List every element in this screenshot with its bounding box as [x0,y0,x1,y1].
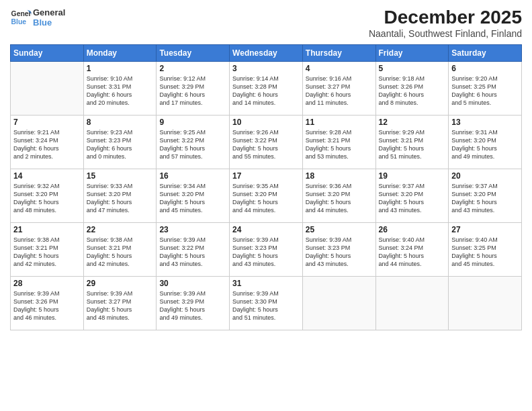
header: General Blue General Blue December 2025 … [10,7,522,39]
day-info: Sunrise: 9:31 AM Sunset: 3:20 PM Dayligh… [451,128,519,161]
calendar-cell: 5Sunrise: 9:18 AM Sunset: 3:26 PM Daylig… [375,62,449,116]
day-info: Sunrise: 9:10 AM Sunset: 3:31 PM Dayligh… [87,75,154,107]
calendar-cell: 15Sunrise: 9:33 AM Sunset: 3:20 PM Dayli… [83,169,157,223]
day-number: 19 [379,171,446,181]
day-info: Sunrise: 9:38 AM Sunset: 3:21 PM Dayligh… [87,236,154,269]
calendar-cell: 30Sunrise: 9:39 AM Sunset: 3:29 PM Dayli… [157,277,230,330]
day-number: 18 [306,171,373,181]
calendar-col-monday: Monday [83,45,157,62]
title-block: December 2025 Naantali, Southwest Finlan… [369,7,522,39]
day-info: Sunrise: 9:20 AM Sunset: 3:25 PM Dayligh… [451,75,519,107]
calendar-week-3: 14Sunrise: 9:32 AM Sunset: 3:20 PM Dayli… [11,169,522,223]
calendar-cell: 23Sunrise: 9:39 AM Sunset: 3:22 PM Dayli… [157,223,230,277]
calendar-cell: 8Sunrise: 9:23 AM Sunset: 3:23 PM Daylig… [83,116,157,169]
day-number: 5 [379,64,446,73]
calendar-cell: 9Sunrise: 9:25 AM Sunset: 3:22 PM Daylig… [157,116,230,169]
calendar-cell: 6Sunrise: 9:20 AM Sunset: 3:25 PM Daylig… [449,62,522,116]
subtitle: Naantali, Southwest Finland, Finland [369,28,522,39]
day-info: Sunrise: 9:18 AM Sunset: 3:26 PM Dayligh… [379,75,446,107]
logo-line1: General [33,8,65,18]
calendar-cell: 2Sunrise: 9:12 AM Sunset: 3:29 PM Daylig… [157,62,230,116]
calendar-cell [11,62,84,116]
day-number: 24 [232,225,300,234]
calendar-body: 1Sunrise: 9:10 AM Sunset: 3:31 PM Daylig… [11,62,522,330]
day-number: 25 [306,225,373,234]
day-number: 9 [159,118,226,127]
day-info: Sunrise: 9:23 AM Sunset: 3:23 PM Dayligh… [87,128,154,161]
day-number: 10 [232,118,300,127]
day-number: 31 [232,279,300,288]
day-number: 23 [159,225,226,234]
day-number: 2 [159,64,226,73]
svg-text:Blue: Blue [11,18,27,26]
day-info: Sunrise: 9:37 AM Sunset: 3:20 PM Dayligh… [451,182,519,215]
day-number: 16 [159,171,226,181]
calendar-cell: 31Sunrise: 9:39 AM Sunset: 3:30 PM Dayli… [230,277,303,330]
calendar-cell: 19Sunrise: 9:37 AM Sunset: 3:20 PM Dayli… [375,169,449,223]
day-info: Sunrise: 9:29 AM Sunset: 3:21 PM Dayligh… [379,128,446,161]
calendar-cell: 16Sunrise: 9:34 AM Sunset: 3:20 PM Dayli… [157,169,230,223]
day-number: 22 [87,225,154,234]
day-info: Sunrise: 9:28 AM Sunset: 3:21 PM Dayligh… [306,128,373,161]
calendar-cell: 13Sunrise: 9:31 AM Sunset: 3:20 PM Dayli… [449,116,522,169]
logo: General Blue General Blue [10,7,65,28]
calendar: SundayMondayTuesdayWednesdayThursdayFrid… [10,44,522,330]
calendar-cell [375,277,449,330]
day-info: Sunrise: 9:40 AM Sunset: 3:25 PM Dayligh… [451,236,519,269]
main-title: December 2025 [369,7,522,28]
calendar-week-4: 21Sunrise: 9:38 AM Sunset: 3:21 PM Dayli… [11,223,522,277]
day-info: Sunrise: 9:38 AM Sunset: 3:21 PM Dayligh… [13,236,81,269]
logo-line2: Blue [33,18,65,28]
day-info: Sunrise: 9:32 AM Sunset: 3:20 PM Dayligh… [13,182,81,215]
day-number: 21 [13,225,81,234]
day-number: 4 [306,64,373,73]
calendar-cell: 17Sunrise: 9:35 AM Sunset: 3:20 PM Dayli… [230,169,303,223]
day-info: Sunrise: 9:21 AM Sunset: 3:24 PM Dayligh… [13,128,81,161]
day-number: 6 [451,64,519,73]
svg-text:General: General [11,10,32,17]
day-number: 26 [379,225,446,234]
calendar-col-saturday: Saturday [449,45,522,62]
calendar-cell: 1Sunrise: 9:10 AM Sunset: 3:31 PM Daylig… [83,62,157,116]
calendar-cell: 3Sunrise: 9:14 AM Sunset: 3:28 PM Daylig… [230,62,303,116]
day-number: 3 [232,64,300,73]
calendar-cell: 28Sunrise: 9:39 AM Sunset: 3:26 PM Dayli… [11,277,84,330]
day-number: 17 [232,171,300,181]
day-info: Sunrise: 9:14 AM Sunset: 3:28 PM Dayligh… [232,75,300,107]
day-info: Sunrise: 9:33 AM Sunset: 3:20 PM Dayligh… [87,182,154,215]
calendar-cell: 27Sunrise: 9:40 AM Sunset: 3:25 PM Dayli… [449,223,522,277]
logo-icon: General Blue [10,7,32,28]
day-number: 8 [87,118,154,127]
calendar-week-1: 1Sunrise: 9:10 AM Sunset: 3:31 PM Daylig… [11,62,522,116]
day-number: 1 [87,64,154,73]
calendar-cell: 7Sunrise: 9:21 AM Sunset: 3:24 PM Daylig… [11,116,84,169]
calendar-cell: 22Sunrise: 9:38 AM Sunset: 3:21 PM Dayli… [83,223,157,277]
day-info: Sunrise: 9:12 AM Sunset: 3:29 PM Dayligh… [159,75,226,107]
day-number: 13 [451,118,519,127]
calendar-col-friday: Friday [375,45,449,62]
day-number: 12 [379,118,446,127]
day-info: Sunrise: 9:39 AM Sunset: 3:27 PM Dayligh… [87,289,154,322]
calendar-cell [449,277,522,330]
calendar-cell: 24Sunrise: 9:39 AM Sunset: 3:23 PM Dayli… [230,223,303,277]
day-info: Sunrise: 9:39 AM Sunset: 3:22 PM Dayligh… [159,236,226,269]
day-info: Sunrise: 9:35 AM Sunset: 3:20 PM Dayligh… [232,182,300,215]
calendar-col-tuesday: Tuesday [157,45,230,62]
calendar-cell: 4Sunrise: 9:16 AM Sunset: 3:27 PM Daylig… [302,62,375,116]
calendar-week-5: 28Sunrise: 9:39 AM Sunset: 3:26 PM Dayli… [11,277,522,330]
day-number: 20 [451,171,519,181]
day-number: 29 [87,279,154,288]
calendar-cell: 21Sunrise: 9:38 AM Sunset: 3:21 PM Dayli… [11,223,84,277]
calendar-col-wednesday: Wednesday [230,45,303,62]
day-info: Sunrise: 9:39 AM Sunset: 3:23 PM Dayligh… [232,236,300,269]
calendar-col-thursday: Thursday [302,45,375,62]
day-number: 28 [13,279,81,288]
day-info: Sunrise: 9:36 AM Sunset: 3:20 PM Dayligh… [306,182,373,215]
day-info: Sunrise: 9:39 AM Sunset: 3:30 PM Dayligh… [232,289,300,322]
day-info: Sunrise: 9:37 AM Sunset: 3:20 PM Dayligh… [379,182,446,215]
day-number: 14 [13,171,81,181]
calendar-cell: 11Sunrise: 9:28 AM Sunset: 3:21 PM Dayli… [302,116,375,169]
day-info: Sunrise: 9:26 AM Sunset: 3:22 PM Dayligh… [232,128,300,161]
calendar-cell: 25Sunrise: 9:39 AM Sunset: 3:23 PM Dayli… [302,223,375,277]
day-info: Sunrise: 9:39 AM Sunset: 3:29 PM Dayligh… [159,289,226,322]
